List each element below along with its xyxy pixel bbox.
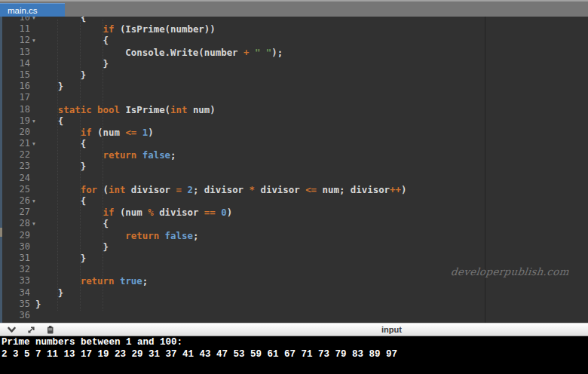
watermark: developerpublish.com	[450, 265, 569, 277]
code-text: {	[35, 17, 86, 23]
code-text: }	[35, 299, 41, 310]
code-text: if (num <= 1)	[35, 127, 154, 138]
code-line[interactable]: 36	[0, 310, 588, 321]
chevron-down-icon	[7, 325, 17, 335]
code-text: for (int divisor = 2; divisor * divisor …	[35, 184, 406, 195]
code-line[interactable]: 15 }	[0, 69, 588, 81]
line-number: 10	[3, 17, 30, 23]
code-line[interactable]: 28▾ {	[0, 218, 588, 229]
line-number: 32	[3, 264, 30, 275]
line-number: 30	[3, 241, 30, 253]
code-line[interactable]: 31 }	[0, 253, 588, 264]
tab-bar: main.cs	[0, 0, 588, 17]
console-line: 2 3 5 7 11 13 17 19 23 29 31 37 41 43 47…	[2, 349, 588, 361]
code-line[interactable]: 19▾ {	[0, 115, 588, 127]
code-line[interactable]: 12▾ {	[0, 35, 588, 46]
code-text: {	[35, 35, 109, 46]
line-number: 36	[3, 310, 30, 321]
line-number: 22	[3, 149, 30, 161]
code-line[interactable]: 21▾ {	[0, 138, 588, 149]
line-number: 20	[3, 127, 30, 138]
code-text: return true;	[35, 275, 148, 287]
code-text: if (num % divisor == 0)	[35, 207, 232, 218]
paste-clipboard-icon	[45, 325, 55, 335]
code-text: Console.Write(number + " ");	[35, 47, 283, 58]
line-number: 17	[3, 92, 30, 103]
line-number: 12	[3, 35, 30, 46]
paste-input-button[interactable]	[43, 324, 57, 336]
tab-label: main.cs	[8, 6, 38, 15]
code-line[interactable]: 27 if (num % divisor == 0)	[0, 207, 588, 218]
code-text: }	[35, 287, 63, 299]
line-number: 28	[3, 218, 30, 229]
code-text: }	[35, 241, 109, 253]
code-line[interactable]: 25 for (int divisor = 2; divisor * divis…	[0, 184, 588, 195]
line-number: 24	[3, 173, 30, 184]
code-line[interactable]: 23 }	[0, 161, 588, 172]
code-text: {	[35, 218, 109, 229]
line-number: 29	[3, 230, 30, 241]
code-editor[interactable]: 10▾ {11 if (IsPrime(number))12▾ {13 Cons…	[0, 17, 588, 323]
line-number: 35	[3, 299, 30, 310]
code-text: {	[35, 138, 86, 149]
line-number: 14	[3, 58, 30, 69]
code-text: {	[35, 195, 86, 207]
code-line[interactable]: 11 if (IsPrime(number))	[0, 23, 588, 35]
collapse-panel-button[interactable]	[5, 324, 18, 336]
editor-left-scrollbar[interactable]	[0, 17, 2, 323]
code-line[interactable]: 35}	[0, 299, 588, 310]
code-text: static bool IsPrime(int num)	[35, 104, 216, 115]
line-number: 16	[3, 81, 30, 92]
line-number: 18	[3, 104, 30, 115]
line-number: 15	[3, 69, 30, 81]
line-number: 13	[3, 47, 30, 58]
expand-diagonal-icon	[26, 325, 36, 335]
code-line[interactable]: 22 return false;	[0, 149, 588, 161]
scrollbar-thumb[interactable]	[0, 228, 2, 237]
tab-main-cs[interactable]: main.cs	[0, 3, 65, 18]
line-number: 25	[3, 184, 30, 195]
console-line: Prime numbers between 1 and 100:	[2, 337, 588, 349]
line-number: 23	[3, 161, 30, 172]
line-number: 19	[3, 115, 30, 127]
code-text: }	[35, 253, 86, 264]
line-number: 34	[3, 287, 30, 299]
code-text: return false;	[35, 149, 176, 161]
code-text: return false;	[35, 230, 198, 241]
expand-panel-button[interactable]	[24, 324, 38, 336]
code-line[interactable]: 26▾ {	[0, 195, 588, 207]
code-text: }	[35, 69, 86, 81]
line-number: 33	[3, 275, 30, 287]
code-text: }	[35, 58, 109, 69]
code-text: }	[35, 161, 86, 172]
code-text: }	[35, 81, 63, 92]
code-line[interactable]: 30 }	[0, 241, 588, 253]
io-toolbar: input	[0, 323, 588, 336]
input-section-label: input	[381, 323, 402, 336]
line-number: 21	[3, 138, 30, 149]
code-line[interactable]: 29 return false;	[0, 230, 588, 241]
code-line[interactable]: 20 if (num <= 1)	[0, 127, 588, 138]
code-line[interactable]: 17	[0, 92, 588, 103]
line-number: 11	[3, 23, 30, 35]
code-line[interactable]: 10▾ {	[0, 17, 588, 23]
code-line[interactable]: 14 }	[0, 58, 588, 69]
code-line[interactable]: 24	[0, 173, 588, 184]
line-number: 27	[3, 207, 30, 218]
code-text: if (IsPrime(number))	[35, 23, 216, 35]
code-line[interactable]: 34 }	[0, 287, 588, 299]
code-line[interactable]: 13 Console.Write(number + " ");	[0, 47, 588, 58]
line-number: 31	[3, 253, 30, 264]
code-text: {	[35, 115, 63, 127]
console-output[interactable]: Prime numbers between 1 and 100:2 3 5 7 …	[0, 336, 588, 374]
code-line[interactable]: 18 static bool IsPrime(int num)	[0, 104, 588, 115]
code-line[interactable]: 16 }	[0, 81, 588, 92]
line-number: 26	[3, 195, 30, 207]
